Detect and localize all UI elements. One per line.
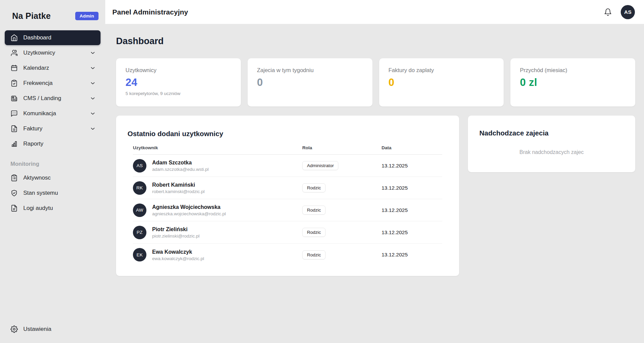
role-badge: Rodzic [302,183,326,192]
sidebar-item-label: Frekwencja [23,80,53,87]
audit-log-icon [10,205,18,212]
role-cell: Administrator [302,161,382,170]
user-identity: Robert Kamiński robert.kaminski@rodzic.p… [152,182,205,194]
main-area: Panel Administracyjny AS Dashboard Uzytk… [105,0,644,343]
user-cell: AW Agnieszka Wojciechowska agnieszka.woj… [133,204,302,217]
gear-icon [10,325,18,333]
sidebar-item-label: Ustawienia [23,326,51,333]
topbar: Panel Administracyjny AS [105,0,644,24]
chevron-down-icon [90,65,96,71]
user-email: robert.kaminski@rodzic.pl [152,189,205,194]
role-cell: Rodzic [302,228,382,237]
users-icon [10,49,18,57]
user-identity: Ewa Kowalczyk ewa.kowalczyk@rodzic.pl [152,249,204,261]
sidebar-item-label: Kalendarz [23,65,49,71]
user-email: piotr.zielinski@rodzic.pl [152,233,200,239]
stat-card-invoices-due: Faktury do zaplaty 0 [379,58,504,106]
date-cell: 13.12.2025 [382,229,442,236]
user-cell: EK Ewa Kowalczyk ewa.kowalczyk@rodzic.pl [133,248,302,261]
brand-row: Na Piatke Admin [5,0,101,30]
avatar: AS [133,159,146,173]
stat-label: Faktury do zaplaty [389,67,495,73]
stat-value: 0 zl [520,76,626,89]
app-root: Na Piatke Admin Dashboard Uzytkownicy [0,0,644,343]
stat-value: 24 [125,76,231,89]
activity-log-icon [10,174,18,182]
stat-label: Przychód (miesiac) [520,67,626,73]
sidebar-item-settings[interactable]: Ustawienia [5,322,101,337]
admin-badge: Admin [75,12,99,20]
user-cell: RK Robert Kamiński robert.kaminski@rodzi… [133,181,302,195]
table-row[interactable]: AW Agnieszka Wojciechowska agnieszka.woj… [133,199,442,221]
upcoming-empty-text: Brak nadchodzacych zajec [479,147,624,156]
invoice-icon [10,125,18,132]
stat-label: Zajecia w tym tygodniu [257,67,363,73]
role-badge: Rodzic [302,206,326,215]
stat-value: 0 [389,76,495,89]
sidebar-item-label: Raporty [23,141,44,147]
avatar: AW [133,204,146,217]
sidebar-item-dashboard[interactable]: Dashboard [5,30,101,45]
home-icon [10,34,18,41]
table-row[interactable]: AS Adam Szczotka adam.szczotka@edu.wsti.… [133,155,442,177]
upcoming-classes-card: Nadchodzace zajecia Brak nadchodzacych z… [468,116,635,172]
sidebar-item-users[interactable]: Uzytkownicy [5,45,101,60]
role-badge: Rodzic [302,250,326,259]
date-cell: 13.12.2025 [382,185,442,191]
brand-name: Na Piatke [12,11,51,21]
bell-icon[interactable] [604,8,612,16]
page-title: Dashboard [116,35,635,47]
sidebar-item-label: CMS / Landing [23,95,61,102]
user-name: Agnieszka Wojciechowska [152,204,226,211]
role-badge: Rodzic [302,228,326,237]
recent-users-title: Ostatnio dodani uzytkownicy [128,130,448,138]
sidebar-item-calendar[interactable]: Kalendarz [5,61,101,75]
date-cell: 13.12.2025 [382,163,442,169]
sidebar-item-attendance[interactable]: Frekwencja [5,76,101,91]
table-row[interactable]: EK Ewa Kowalczyk ewa.kowalczyk@rodzic.pl… [133,244,442,266]
avatar: EK [133,248,146,261]
sidebar-section-monitoring: Monitoring [5,161,101,167]
role-badge: Administrator [302,161,339,170]
sidebar-item-label: Komunikacja [23,110,56,117]
sidebar-item-label: Faktury [23,125,43,132]
sidebar-item-system-status[interactable]: Stan systemu [5,186,101,200]
table-header: Uzytkownik Rola Data [133,145,442,155]
sidebar-item-label: Aktywnosc [23,175,51,181]
chevron-down-icon [90,126,96,132]
bar-chart-icon [10,140,18,148]
lower-grid: Ostatnio dodani uzytkownicy Uzytkownik R… [116,116,635,276]
sidebar-item-label: Dashboard [23,34,51,41]
sidebar-footer: Ustawienia [5,322,101,338]
date-cell: 13.12.2025 [382,207,442,213]
sidebar-item-communication[interactable]: Komunikacja [5,106,101,121]
column-header-role: Rola [302,145,382,150]
role-cell: Rodzic [302,250,382,259]
sidebar-item-audit-logs[interactable]: Logi audytu [5,201,101,216]
stat-label: Uzytkownicy [125,67,231,73]
sidebar-item-activity[interactable]: Aktywnosc [5,170,101,185]
calendar-icon [10,64,18,72]
sidebar-nav: Dashboard Uzytkownicy Kalendarz [5,30,101,216]
upcoming-classes-title: Nadchodzace zajecia [479,129,624,137]
sidebar-item-invoices[interactable]: Faktury [5,121,101,136]
sidebar-item-label: Stan systemu [23,190,58,196]
newspaper-icon [10,95,18,102]
table-row[interactable]: PZ Piotr Zieliński piotr.zielinski@rodzi… [133,221,442,244]
sidebar-item-reports[interactable]: Raporty [5,136,101,151]
role-cell: Rodzic [302,206,382,215]
user-name: Ewa Kowalczyk [152,249,204,255]
stat-subtext: 5 korepetytorów, 9 uczniów [125,91,231,96]
stat-value: 0 [257,76,363,89]
user-avatar[interactable]: AS [621,5,635,19]
topbar-title: Panel Administracyjny [112,8,188,16]
sidebar-item-label: Uzytkownicy [23,50,55,56]
sidebar-item-cms[interactable]: CMS / Landing [5,91,101,106]
column-header-date: Data [382,145,442,150]
clipboard-check-icon [10,80,18,87]
date-cell: 13.12.2025 [382,252,442,258]
table-row[interactable]: RK Robert Kamiński robert.kaminski@rodzi… [133,177,442,199]
user-email: agnieszka.wojciechowska@rodzic.pl [152,211,226,216]
stats-grid: Uzytkownicy 24 5 korepetytorów, 9 ucznió… [116,58,635,106]
user-identity: Piotr Zieliński piotr.zielinski@rodzic.p… [152,226,200,239]
